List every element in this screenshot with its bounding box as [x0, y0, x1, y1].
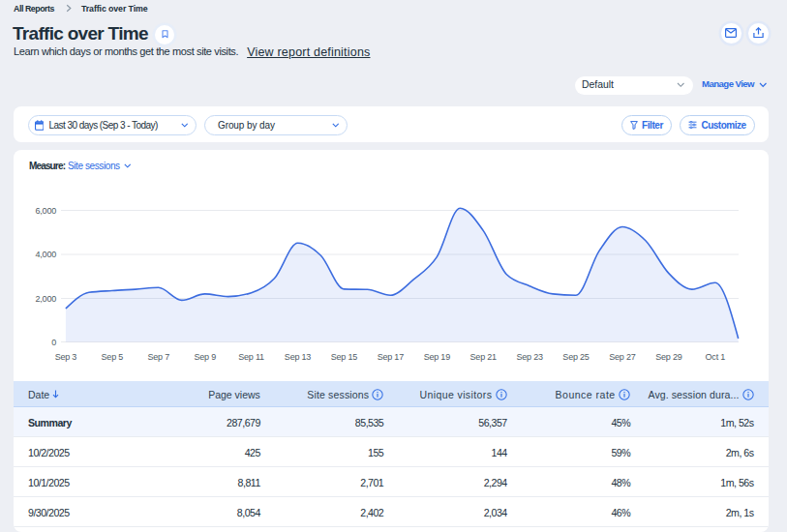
svg-text:Oct 1: Oct 1	[706, 352, 726, 362]
svg-text:2,000: 2,000	[35, 294, 56, 304]
svg-text:4,000: 4,000	[35, 250, 56, 259]
svg-text:Sep 21: Sep 21	[470, 352, 498, 362]
svg-text:Sep 25: Sep 25	[562, 352, 590, 362]
svg-text:Sep 3: Sep 3	[55, 352, 77, 362]
svg-text:Sep 23: Sep 23	[516, 352, 543, 362]
svg-text:Sep 29: Sep 29	[655, 352, 682, 362]
svg-text:Sep 17: Sep 17	[378, 352, 405, 362]
svg-text:Sep 13: Sep 13	[285, 352, 312, 362]
svg-text:Sep 27: Sep 27	[609, 352, 636, 362]
svg-text:Sep 5: Sep 5	[102, 352, 124, 362]
svg-text:Sep 15: Sep 15	[331, 352, 358, 362]
svg-text:Sep 9: Sep 9	[194, 352, 216, 362]
svg-text:Sep 19: Sep 19	[424, 352, 451, 362]
svg-text:6,000: 6,000	[35, 206, 56, 216]
svg-text:Sep 11: Sep 11	[238, 352, 264, 362]
svg-text:0: 0	[51, 338, 56, 347]
svg-text:Sep 7: Sep 7	[147, 352, 169, 362]
